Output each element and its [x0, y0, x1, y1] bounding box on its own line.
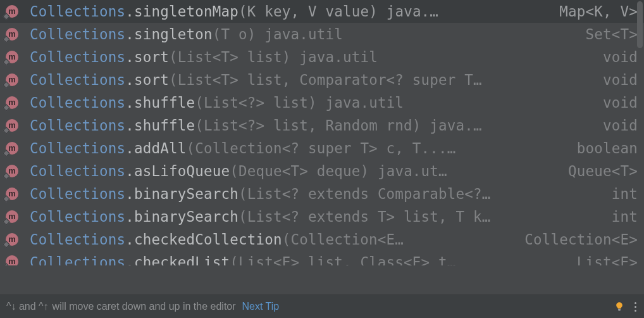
method-icon: m — [6, 233, 18, 246]
suggestion-row[interactable]: mCollections.addAll(Collection<? super T… — [0, 137, 644, 160]
method-icon: m — [6, 165, 18, 177]
suggestion-row[interactable]: mCollections.checkedList(List<E> list, C… — [0, 251, 644, 265]
suggestion-signature: Collections.singleton(T o) java.util — [30, 23, 574, 46]
return-type: Set<T> — [574, 26, 638, 42]
method-icon: m — [6, 210, 18, 223]
suggestion-signature: Collections.binarySearch(List<? extends … — [30, 205, 600, 228]
suggestion-signature: Collections.singletonMap(K key, V value)… — [30, 0, 548, 23]
method-icon: m — [6, 119, 18, 132]
svg-rect-0 — [618, 309, 621, 310]
suggestion-signature: Collections.binarySearch(List<? extends … — [30, 182, 600, 205]
return-type: int — [600, 208, 638, 225]
method-icon: m — [6, 73, 18, 86]
suggestion-row[interactable]: mCollections.sort(List<T> list, Comparat… — [0, 68, 644, 91]
method-icon: m — [6, 5, 18, 18]
method-icon: m — [6, 255, 18, 265]
suggestion-signature: Collections.shuffle(List<?> list, Random… — [30, 114, 591, 137]
suggestion-signature: Collections.asLifoQueue(Deque<T> deque) … — [30, 160, 557, 182]
suggestion-list[interactable]: mCollections.singletonMap(K key, V value… — [0, 0, 644, 295]
suggestion-signature: Collections.checkedList(List<E> list, Cl… — [30, 251, 566, 265]
suggestion-row[interactable]: mCollections.shuffle(List<?> list, Rando… — [0, 114, 644, 137]
return-type: Map<K, V> — [548, 3, 638, 20]
method-icon: m — [6, 96, 18, 109]
method-icon: m — [6, 142, 18, 155]
more-options-icon[interactable] — [633, 301, 638, 313]
suggestion-row[interactable]: mCollections.asLifoQueue(Deque<T> deque)… — [0, 160, 644, 182]
return-type: Queue<T> — [557, 163, 638, 179]
suggestion-signature: Collections.shuffle(List<?> list) java.u… — [30, 91, 591, 114]
method-icon: m — [6, 188, 18, 200]
status-right-group — [614, 301, 638, 313]
return-type: Collection<E> — [513, 231, 638, 248]
return-type: List<E> — [566, 251, 638, 265]
hint-key-combo: ^↓ and ^↑ — [6, 301, 49, 312]
return-type: void — [591, 117, 638, 134]
method-icon: m — [6, 51, 18, 63]
suggestion-row[interactable]: mCollections.singleton(T o) java.utilSet… — [0, 23, 644, 46]
scrollbar-track[interactable] — [636, 0, 644, 295]
lightbulb-icon[interactable] — [614, 302, 624, 312]
hint-text: will move caret down and up in the edito… — [53, 301, 236, 312]
return-type: void — [591, 72, 638, 88]
suggestion-row[interactable]: mCollections.binarySearch(List<? extends… — [0, 205, 644, 228]
suggestion-row[interactable]: mCollections.checkedCollection(Collectio… — [0, 228, 644, 251]
return-type: boolean — [566, 140, 638, 156]
suggestion-signature: Collections.addAll(Collection<? super T>… — [30, 137, 566, 160]
suggestion-row[interactable]: mCollections.singletonMap(K key, V value… — [0, 0, 644, 23]
suggestion-row[interactable]: mCollections.shuffle(List<?> list) java.… — [0, 91, 644, 114]
return-type: void — [591, 49, 638, 65]
suggestion-signature: Collections.sort(List<T> list, Comparato… — [30, 68, 591, 91]
scrollbar-thumb[interactable] — [637, 1, 643, 48]
suggestion-row[interactable]: mCollections.binarySearch(List<? extends… — [0, 182, 644, 205]
code-completion-popup: mCollections.singletonMap(K key, V value… — [0, 0, 644, 318]
suggestion-row[interactable]: mCollections.sort(List<T> list) java.uti… — [0, 46, 644, 68]
status-bar: ^↓ and ^↑ will move caret down and up in… — [0, 295, 644, 318]
return-type: void — [591, 94, 638, 111]
next-tip-link[interactable]: Next Tip — [242, 301, 280, 312]
suggestion-signature: Collections.sort(List<T> list) java.util — [30, 46, 591, 68]
return-type: int — [600, 186, 638, 202]
suggestion-signature: Collections.checkedCollection(Collection… — [30, 228, 513, 251]
method-icon: m — [6, 28, 18, 41]
svg-rect-1 — [618, 310, 620, 311]
